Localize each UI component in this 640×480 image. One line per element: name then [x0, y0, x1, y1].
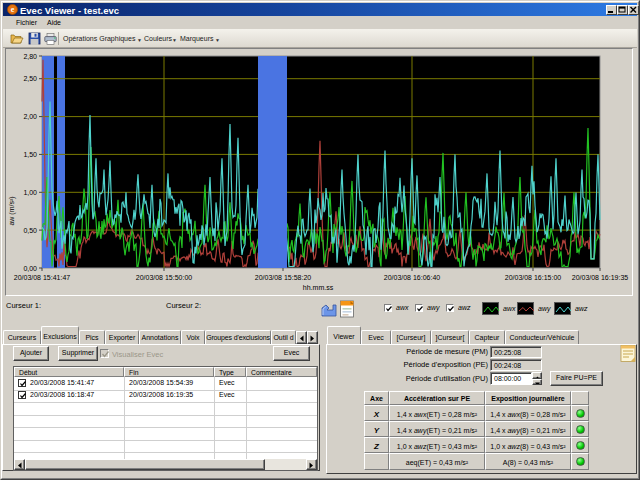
- svg-text:0,00: 0,00: [23, 265, 37, 272]
- svg-text:20/03/08 16:15:00: 20/03/08 16:15:00: [505, 274, 562, 281]
- svg-text:20/03/08 16:06:40: 20/03/08 16:06:40: [384, 274, 441, 281]
- svg-text:20/03/08 15:58:20: 20/03/08 15:58:20: [255, 274, 312, 281]
- svg-text:20/03/08 16:19:35: 20/03/08 16:19:35: [572, 274, 629, 281]
- svg-text:1,50: 1,50: [23, 151, 37, 158]
- svg-text:2,00: 2,00: [23, 113, 37, 120]
- svg-text:0,50: 0,50: [23, 227, 37, 234]
- svg-text:aw (m/s²): aw (m/s²): [8, 196, 16, 225]
- svg-text:e: e: [11, 5, 15, 14]
- svg-text:20/03/08 15:41:47: 20/03/08 15:41:47: [14, 274, 71, 281]
- svg-text:2,50: 2,50: [23, 75, 37, 82]
- svg-text:20/03/08 15:50:00: 20/03/08 15:50:00: [136, 274, 193, 281]
- svg-text:2,80: 2,80: [23, 53, 37, 60]
- svg-text:1,00: 1,00: [23, 189, 37, 196]
- svg-text:hh.mm.ss: hh.mm.ss: [303, 284, 334, 291]
